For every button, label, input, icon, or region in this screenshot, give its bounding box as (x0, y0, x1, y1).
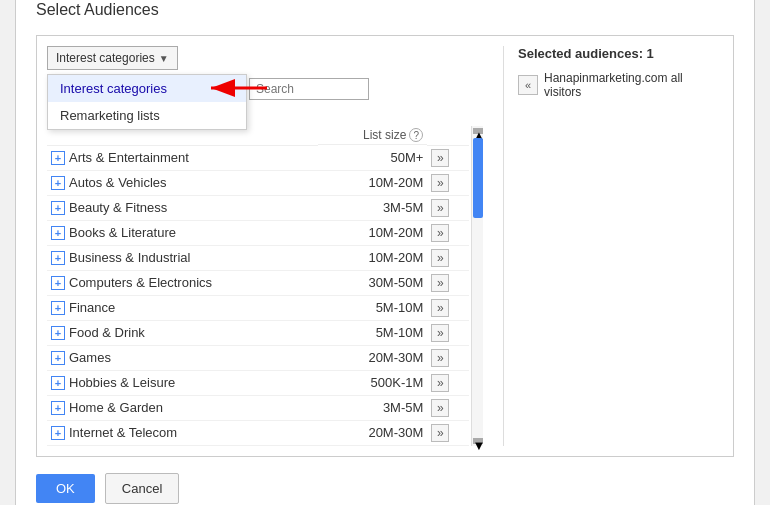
select-audiences-dialog: Select Audiences Interest categories ▼ I… (15, 0, 755, 505)
add-category-button[interactable]: » (431, 274, 449, 292)
right-panel: Selected audiences: 1 « Hanapinmarketing… (503, 46, 723, 446)
list-size-cell: 3M-5M (318, 395, 428, 420)
table-row: + Internet & Telecom 20M-30M » (47, 420, 469, 445)
table-row: + Hobbies & Leisure 500K-1M » (47, 370, 469, 395)
content-area: Interest categories ▼ Interest categorie… (36, 35, 734, 457)
category-name: Finance (69, 300, 115, 315)
dropdown-menu: Interest categories Remarketing lists (47, 74, 247, 130)
dropdown-row: Interest categories ▼ (47, 46, 483, 70)
add-category-button[interactable]: » (431, 299, 449, 317)
add-category-button[interactable]: » (431, 249, 449, 267)
list-size-cell: 3M-5M (318, 195, 428, 220)
list-size-cell: 30M-50M (318, 270, 428, 295)
table-row: + Autos & Vehicles 10M-20M » (47, 170, 469, 195)
dropdown-item-interest-categories[interactable]: Interest categories (48, 75, 246, 102)
table-row: + Business & Industrial 10M-20M » (47, 245, 469, 270)
dialog-title: Select Audiences (36, 1, 734, 19)
add-category-button[interactable]: » (431, 199, 449, 217)
expand-icon[interactable]: + (51, 401, 65, 415)
add-category-button[interactable]: » (431, 399, 449, 417)
list-size-cell: 5M-10M (318, 295, 428, 320)
category-name: Arts & Entertainment (69, 150, 189, 165)
category-name: Home & Garden (69, 400, 163, 415)
category-name: Food & Drink (69, 325, 145, 340)
selected-audience-label: Hanapinmarketing.com all visitors (544, 71, 723, 99)
list-size-cell: 10M-20M (318, 220, 428, 245)
list-size-cell: 50M+ (318, 145, 428, 170)
category-name: Games (69, 350, 111, 365)
table-row: + Beauty & Fitness 3M-5M » (47, 195, 469, 220)
add-category-button[interactable]: » (431, 174, 449, 192)
list-size-cell: 500K-1M (318, 370, 428, 395)
scroll-down-btn[interactable]: ▼ (473, 438, 483, 444)
table-row: + Arts & Entertainment 50M+ » (47, 145, 469, 170)
expand-icon[interactable]: + (51, 151, 65, 165)
add-category-button[interactable]: » (431, 424, 449, 442)
add-category-button[interactable]: » (431, 349, 449, 367)
table-row: + Finance 5M-10M » (47, 295, 469, 320)
table-row: + Computers & Electronics 30M-50M » (47, 270, 469, 295)
table-row: + Home & Garden 3M-5M » (47, 395, 469, 420)
expand-icon[interactable]: + (51, 276, 65, 290)
add-category-button[interactable]: » (431, 324, 449, 342)
category-name: Books & Literature (69, 225, 176, 240)
ok-button[interactable]: OK (36, 474, 95, 503)
selected-items-list: « Hanapinmarketing.com all visitors (518, 71, 723, 99)
scrollbar[interactable]: ▲ ▼ (471, 126, 483, 446)
dialog-footer: OK Cancel (36, 473, 734, 504)
chevron-down-icon: ▼ (159, 53, 169, 64)
table-row: + Books & Literature 10M-20M » (47, 220, 469, 245)
expand-icon[interactable]: + (51, 251, 65, 265)
expand-icon[interactable]: + (51, 426, 65, 440)
category-name: Beauty & Fitness (69, 200, 167, 215)
expand-icon[interactable]: + (51, 326, 65, 340)
expand-icon[interactable]: + (51, 201, 65, 215)
expand-icon[interactable]: + (51, 301, 65, 315)
list-size-cell: 20M-30M (318, 420, 428, 445)
cancel-button[interactable]: Cancel (105, 473, 179, 504)
list-size-help-icon[interactable]: ? (409, 128, 423, 142)
table-row: + Food & Drink 5M-10M » (47, 320, 469, 345)
expand-icon[interactable]: + (51, 226, 65, 240)
categories-table: List size ? + Arts & Entertainment 50M+ (47, 126, 469, 446)
scroll-up-btn[interactable]: ▲ (473, 128, 483, 134)
left-panel: Interest categories ▼ Interest categorie… (47, 46, 483, 446)
list-size-header: List size (363, 128, 406, 142)
dropdown-item-remarketing-lists[interactable]: Remarketing lists (48, 102, 246, 129)
dropdown-label: Interest categories (56, 51, 155, 65)
remove-audience-button[interactable]: « (518, 75, 538, 95)
category-name: Autos & Vehicles (69, 175, 167, 190)
table-row: + Games 20M-30M » (47, 345, 469, 370)
list-size-cell: 10M-20M (318, 170, 428, 195)
expand-icon[interactable]: + (51, 351, 65, 365)
expand-icon[interactable]: + (51, 176, 65, 190)
category-name: Business & Industrial (69, 250, 190, 265)
add-category-button[interactable]: » (431, 374, 449, 392)
interest-categories-dropdown[interactable]: Interest categories ▼ (47, 46, 178, 70)
selected-audience-item: « Hanapinmarketing.com all visitors (518, 71, 723, 99)
search-input[interactable] (249, 78, 369, 100)
list-size-cell: 20M-30M (318, 345, 428, 370)
add-category-button[interactable]: » (431, 224, 449, 242)
category-name: Hobbies & Leisure (69, 375, 175, 390)
category-name: Internet & Telecom (69, 425, 177, 440)
expand-icon[interactable]: + (51, 376, 65, 390)
scroll-thumb[interactable] (473, 138, 483, 218)
category-name: Computers & Electronics (69, 275, 212, 290)
selected-audiences-title: Selected audiences: 1 (518, 46, 723, 61)
list-size-cell: 5M-10M (318, 320, 428, 345)
add-category-button[interactable]: » (431, 149, 449, 167)
list-size-cell: 10M-20M (318, 245, 428, 270)
